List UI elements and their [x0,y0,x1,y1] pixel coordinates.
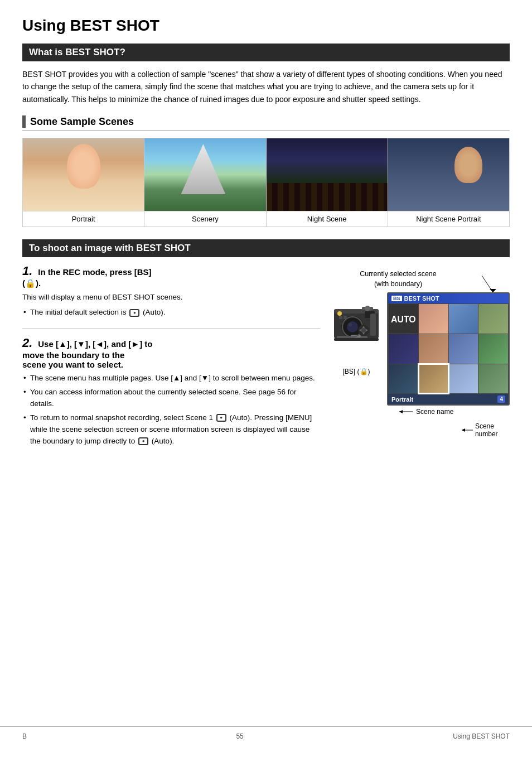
auto-icon3 [138,437,148,445]
svg-point-5 [349,323,352,326]
callout-text: Currently selected scene (with boundary) [337,269,460,289]
svg-line-23 [482,276,493,292]
bs-cell-10 [449,364,478,394]
callout-line1: Currently selected scene [360,270,437,278]
svg-rect-16 [344,316,347,319]
scene-night-portrait-image [388,138,509,211]
scenes-table: Portrait Scenery Night Scene Night Scene… [22,138,510,227]
scene-night-portrait-cell: Night Scene Portrait [388,138,509,227]
auto-icon [129,309,139,317]
step2-bullet3: To return to normal snapshot recording, … [22,412,320,447]
auto-icon2 [216,414,226,422]
bs-cell-portrait-highlighted [419,364,448,394]
scene-night-image [267,138,388,211]
step1-bullets: The initial default selection is (Auto). [22,307,320,319]
steps-left-column: 1. In the REC mode, press [BS] (🔒). This… [22,264,331,457]
step2-bullet1: The scene menu has multiple pages. Use [… [22,373,320,384]
intro-paragraph: BEST SHOT provides you with a collection… [22,68,510,105]
scene-portrait-image [23,138,144,211]
step2-number: 2. [22,336,32,350]
shoot-section: 1. In the REC mode, press [BS] (🔒). This… [22,264,510,457]
scene-night-label: Night Scene [267,211,388,226]
scene-name-label-container: Scene name [397,408,510,416]
step-divider [22,329,320,329]
step1: 1. In the REC mode, press [BS] (🔒). This… [22,264,320,319]
auto-cell-icon: AUTO [389,304,418,334]
bs-cell-3 [478,304,508,334]
scenes-images-row: Portrait Scenery Night Scene Night Scene… [23,138,510,227]
bs-cell-5 [419,334,448,364]
bs-cell-4 [389,334,418,364]
steps-right-column: Currently selected scene (with boundary) [331,264,510,457]
step2-title: Use [▲], [▼], [◄], and [►] to move the b… [22,339,152,369]
scene-scenery-cell: Scenery [144,138,266,227]
bs-button-label: [BS] (🔒) [331,368,381,375]
step2-header: 2. Use [▲], [▼], [◄], and [►] to move th… [22,336,320,369]
section3-header: To shoot an image with BEST SHOT [22,239,510,257]
step2-bullet2: You can access information about the cur… [22,387,320,410]
camera-screen-container: [BS] (🔒) BS BEST SHOT [331,292,510,438]
scene-number-label-container: Scene number [460,422,510,438]
svg-marker-28 [399,410,403,413]
scene-scenery-image [144,138,265,211]
bs-grid: AUTO [388,303,509,394]
bs-cell-6 [449,334,478,364]
bs-screen-container: BS BEST SHOT AUTO [387,292,510,438]
step1-title: In the REC mode, press [BS] (🔒). [22,267,152,288]
bs-screen-header: BS BEST SHOT [388,293,509,303]
page-footer: B 55 Using BEST SHOT [0,726,532,746]
footer-center-page-number: 55 [236,732,243,740]
page-title: Using BEST SHOT [22,11,510,35]
lock-icon: 🔒 [25,278,36,288]
header-bar-decoration [22,115,26,128]
step1-body-text: This will display a menu of BEST SHOT sc… [22,292,320,303]
bs-scene-name-display: Portrait [391,396,413,403]
bs-cell-7 [478,334,508,364]
callout-line2: (with boundary) [374,280,422,288]
scene-portrait-label: Portrait [23,211,144,226]
svg-text:AUTO: AUTO [391,315,416,324]
scene-number-label: Scene number [475,422,510,438]
scene-scenery-label: Scenery [144,211,265,226]
svg-point-7 [337,311,342,316]
svg-marker-30 [462,428,465,432]
bs-title-text: BEST SHOT [404,295,439,302]
steps-container: 1. In the REC mode, press [BS] (🔒). This… [22,264,510,457]
step1-number: 1. [22,264,32,278]
section2-heading-text: Some Sample Scenes [30,116,134,128]
bs-logo: BS [391,296,402,301]
bs-cell-1 [419,304,448,334]
bs-screen: BS BEST SHOT AUTO [387,292,510,406]
bs-cell-11 [478,364,508,394]
step2-body: The scene menu has multiple pages. Use [… [22,373,320,447]
svg-rect-15 [339,316,342,319]
camera-illustration: [BS] (🔒) [331,292,381,375]
scene-name-arrow [397,408,414,416]
section2-header-container: Some Sample Scenes [22,115,510,131]
bs-scene-number-badge: 4 [497,396,505,403]
bs-cell-8 [389,364,418,394]
scene-night-cell: Night Scene [266,138,388,227]
scene-name-label: Scene name [416,408,453,416]
bs-lock-icon: 🔒 [360,368,368,375]
bs-screen-footer: Portrait 4 [388,394,509,404]
scene-night-portrait-label: Night Scene Portrait [388,211,509,226]
footer-left: B [22,732,27,740]
svg-rect-8 [370,314,376,336]
svg-point-4 [347,321,358,332]
step1-bullet1: The initial default selection is (Auto). [22,307,320,319]
scene-number-arrow [460,426,473,434]
section1-header: What is BEST SHOT? [22,44,510,61]
svg-point-22 [361,328,366,332]
bs-cell-2 [449,304,478,334]
bs-cell-auto: AUTO [389,304,418,334]
footer-right: Using BEST SHOT [453,732,510,740]
scene-portrait-cell: Portrait [23,138,144,227]
step2: 2. Use [▲], [▼], [◄], and [►] to move th… [22,336,320,447]
svg-point-10 [365,306,370,311]
svg-rect-13 [334,338,379,341]
step1-header: 1. In the REC mode, press [BS] (🔒). [22,264,320,288]
camera-svg [331,292,381,365]
step2-bullets: The scene menu has multiple pages. Use [… [22,373,320,447]
step1-body: This will display a menu of BEST SHOT sc… [22,292,320,319]
